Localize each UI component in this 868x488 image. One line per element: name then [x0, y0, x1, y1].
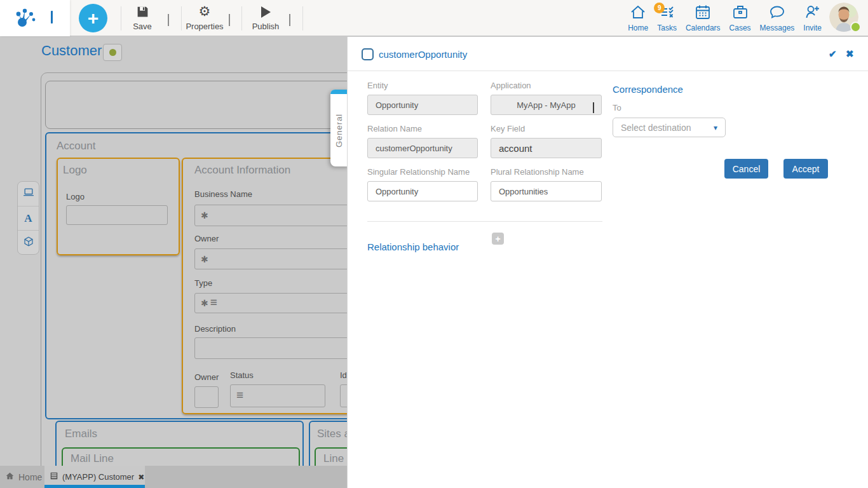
- tab-general-label: General: [330, 94, 348, 166]
- nav-calendars-label: Calendars: [686, 24, 721, 32]
- taskbar-tab-active-bar: [44, 485, 145, 488]
- owner2-input[interactable]: [194, 386, 219, 408]
- nav-invite-label: Invite: [803, 24, 822, 32]
- status-label: Status: [230, 370, 254, 380]
- relation-name-field: customerOpportunity: [367, 138, 478, 158]
- owner-input[interactable]: ✱: [194, 248, 365, 269]
- nav-invite[interactable]: Invite: [799, 3, 826, 32]
- plural-name-label: Plural Relationship Name: [491, 167, 584, 177]
- cube-icon: [23, 236, 34, 250]
- relation-checkbox[interactable]: [362, 48, 374, 60]
- calendar-icon: [695, 4, 711, 23]
- entity-tool-button[interactable]: [18, 230, 39, 254]
- panel-divider: [367, 221, 602, 222]
- section-account[interactable]: Account Logo Logo Account Information Bu…: [45, 132, 356, 419]
- add-behavior-button[interactable]: +: [492, 233, 504, 245]
- group-logo[interactable]: Logo Logo: [57, 158, 180, 255]
- nav-tasks-label: Tasks: [657, 24, 677, 32]
- document-icon: [50, 471, 58, 483]
- expand-menu-chevron[interactable]: [51, 13, 53, 24]
- nav-home-label: Home: [628, 24, 648, 32]
- logo-field-input[interactable]: [66, 205, 168, 225]
- nav-cases[interactable]: Cases: [725, 3, 756, 32]
- text-icon: A: [24, 212, 32, 225]
- publish-dropdown-chevron[interactable]: [289, 14, 290, 25]
- briefcase-icon: [732, 4, 749, 23]
- destination-select[interactable]: Select destination ▾: [613, 118, 726, 137]
- destination-placeholder: Select destination: [621, 123, 691, 133]
- entity-status-chip[interactable]: [103, 44, 122, 61]
- owner2-label: Owner: [194, 372, 219, 382]
- plural-name-input[interactable]: Opportunities: [491, 181, 602, 201]
- nav-messages[interactable]: Messages: [756, 3, 799, 32]
- taskbar-home-button[interactable]: Home: [5, 466, 42, 488]
- confirm-icon[interactable]: ✔: [829, 48, 837, 60]
- play-icon: [261, 6, 271, 18]
- laptop-icon: [22, 186, 35, 201]
- online-status-icon: [850, 22, 861, 32]
- toolbar-separator: [121, 6, 121, 30]
- owner-label: Owner: [194, 234, 219, 243]
- menu-icon: ≡: [210, 295, 217, 309]
- text-tool-button[interactable]: A: [18, 206, 39, 230]
- toolbar-separator: [181, 6, 182, 30]
- business-name-label: Business Name: [194, 189, 252, 199]
- gear-icon: ⚙: [199, 5, 211, 18]
- chevron-down-icon: [593, 102, 594, 112]
- group-mail-line-title: Mail Line: [71, 452, 114, 465]
- panel-title: customerOpportunity: [379, 49, 467, 60]
- close-icon[interactable]: ✖: [846, 48, 854, 60]
- taskbar-tab-label: (MYAPP) Customer: [62, 472, 134, 482]
- description-input[interactable]: [194, 337, 365, 359]
- screen-tool-button[interactable]: [18, 182, 39, 206]
- app-logo-icon[interactable]: [14, 6, 37, 31]
- invite-user-icon: [804, 4, 821, 23]
- nav-cases-label: Cases: [729, 24, 751, 32]
- nav-calendars[interactable]: Calendars: [681, 3, 725, 32]
- form-header-block[interactable]: [45, 81, 356, 129]
- save-dropdown-chevron[interactable]: [168, 14, 169, 25]
- required-icon: ✱: [201, 210, 208, 220]
- save-icon: [136, 5, 149, 21]
- correspondence-to-label: To: [613, 103, 621, 112]
- add-button[interactable]: +: [79, 4, 107, 32]
- toolbar-separator: [241, 6, 242, 30]
- speech-bubble-icon: [769, 4, 785, 23]
- taskbar-tab-customer[interactable]: (MYAPP) Customer ✖: [44, 466, 145, 488]
- properties-button[interactable]: ⚙ Properties: [186, 4, 224, 33]
- key-field-label: Key Field: [491, 124, 525, 133]
- toolbar-separator: [302, 6, 303, 30]
- publish-button[interactable]: Publish: [250, 4, 281, 33]
- section-sites-title: Sites a: [317, 428, 350, 440]
- properties-label: Properties: [186, 22, 223, 31]
- caret-down-icon: ▾: [714, 123, 717, 132]
- status-dot-icon: [109, 49, 116, 56]
- group-account-information[interactable]: Account Information Business Name ✱ Owne…: [182, 158, 366, 414]
- type-input[interactable]: ✱ ≡: [194, 293, 365, 313]
- nav-tasks[interactable]: 9 Tasks: [653, 3, 681, 32]
- correspondence-title: Correspondence: [613, 84, 683, 95]
- logo-segment: [0, 0, 70, 36]
- section-emails-title: Emails: [65, 428, 97, 440]
- business-name-input[interactable]: ✱: [194, 205, 365, 226]
- singular-name-label: Singular Relationship Name: [367, 167, 470, 177]
- relation-name-label: Relation Name: [367, 124, 422, 133]
- home-icon: [5, 471, 15, 482]
- relationship-behavior-link[interactable]: Relationship behavior: [367, 241, 459, 252]
- entity-label: Entity: [367, 81, 388, 90]
- application-select[interactable]: MyApp - MyApp: [491, 95, 602, 115]
- application-label: Application: [491, 81, 531, 90]
- properties-dropdown-chevron[interactable]: [229, 14, 230, 25]
- nav-home[interactable]: Home: [623, 3, 653, 32]
- save-button[interactable]: Save: [129, 4, 156, 33]
- cancel-button[interactable]: Cancel: [724, 159, 768, 179]
- key-field-value: account: [491, 138, 602, 158]
- top-navigation: Home 9 Tasks Calendars Cases: [623, 3, 826, 34]
- entity-value-field: Opportunity: [367, 95, 478, 115]
- publish-label: Publish: [252, 22, 280, 31]
- accept-button[interactable]: Accept: [783, 159, 828, 179]
- status-input[interactable]: ≡: [230, 384, 325, 407]
- close-icon[interactable]: ✖: [138, 473, 144, 482]
- singular-name-input[interactable]: Opportunity: [367, 181, 478, 201]
- home-icon: [630, 4, 646, 23]
